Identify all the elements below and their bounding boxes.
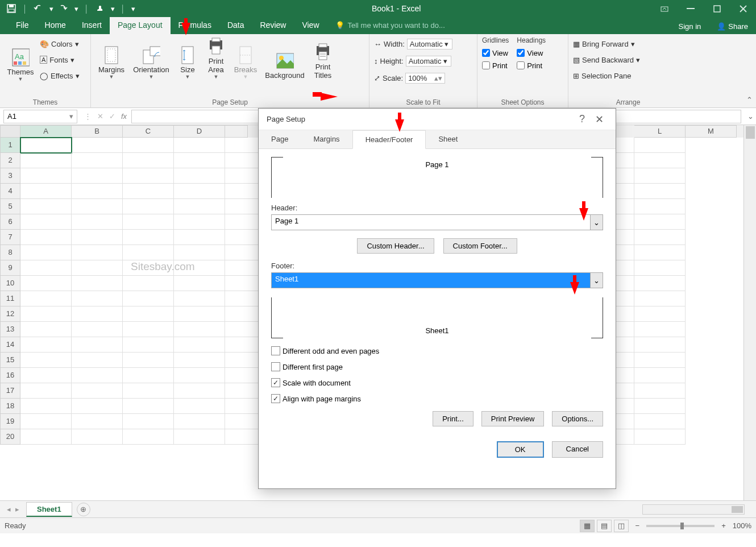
row-header[interactable]: 6 <box>0 214 20 230</box>
page-break-view-icon[interactable]: ◫ <box>614 520 629 532</box>
normal-view-icon[interactable]: ▦ <box>580 520 595 532</box>
cell[interactable] <box>20 214 72 230</box>
cell[interactable] <box>174 138 225 153</box>
share-button[interactable]: 👤Share <box>709 19 756 34</box>
sheet-tab[interactable]: Sheet1 <box>26 502 72 517</box>
cell[interactable] <box>634 414 686 429</box>
cell[interactable] <box>634 260 686 276</box>
cell[interactable] <box>634 337 686 353</box>
cell[interactable] <box>20 199 72 214</box>
cell[interactable] <box>20 138 72 153</box>
row-header[interactable]: 17 <box>0 383 20 399</box>
cell[interactable] <box>174 199 225 214</box>
row-header[interactable]: 15 <box>0 353 20 368</box>
cell[interactable] <box>72 245 123 260</box>
touch-mode-icon[interactable] <box>93 2 107 15</box>
cell[interactable] <box>634 230 686 245</box>
scale-with-doc-check[interactable]: ✓Scale with document <box>271 375 603 391</box>
cell[interactable] <box>174 184 225 199</box>
custom-header-button[interactable]: Custom Header... <box>357 238 434 254</box>
scale-input[interactable]: 100%▴▾ <box>405 73 445 84</box>
cell[interactable] <box>20 230 72 245</box>
themes-button[interactable]: Aa Themes ▼ <box>5 36 36 83</box>
headings-print-check[interactable]: Print <box>517 59 546 72</box>
gridlines-view-check[interactable]: View <box>482 47 509 59</box>
gridlines-print-check[interactable]: Print <box>482 59 509 72</box>
cell[interactable] <box>123 245 174 260</box>
cell[interactable] <box>174 230 225 245</box>
close-icon[interactable] <box>730 0 756 17</box>
cell[interactable] <box>174 383 225 399</box>
align-margins-check[interactable]: ✓Align with page margins <box>271 391 603 407</box>
cell[interactable] <box>72 168 123 184</box>
tell-me[interactable]: 💡Tell me what you want to do... <box>327 18 453 34</box>
row-header[interactable]: 1 <box>0 138 20 153</box>
cancel-button[interactable]: Cancel <box>552 441 603 458</box>
cell[interactable] <box>634 168 686 184</box>
qat-customize[interactable]: ▾ <box>130 2 136 15</box>
cell[interactable] <box>72 138 123 153</box>
cell[interactable] <box>634 138 686 153</box>
background-button[interactable]: Background <box>263 36 307 81</box>
cell[interactable] <box>72 429 123 445</box>
fonts-button[interactable]: AFonts ▾ <box>40 52 80 67</box>
cell[interactable] <box>174 245 225 260</box>
custom-footer-button[interactable]: Custom Footer... <box>443 238 517 254</box>
cell[interactable] <box>634 353 686 368</box>
tab-review[interactable]: Review <box>252 17 294 34</box>
header-select[interactable]: Page 1⌄ <box>271 214 603 230</box>
new-sheet-button[interactable]: ⊕ <box>77 503 90 516</box>
collapse-ribbon-icon[interactable]: ⌃ <box>746 96 753 104</box>
cell[interactable] <box>72 153 123 168</box>
print-preview-button[interactable]: Print Preview <box>481 411 545 426</box>
tab-page-layout[interactable]: Page Layout <box>110 17 171 34</box>
cell[interactable] <box>174 153 225 168</box>
cell[interactable] <box>72 414 123 429</box>
cell[interactable] <box>72 276 123 291</box>
cell[interactable] <box>20 153 72 168</box>
cell[interactable] <box>20 276 72 291</box>
cell[interactable] <box>72 214 123 230</box>
width-select[interactable]: Automatic ▾ <box>407 39 452 49</box>
cell[interactable] <box>174 322 225 337</box>
cell[interactable] <box>634 245 686 260</box>
dialog-tab-sheet[interactable]: Sheet <box>426 130 470 148</box>
col-header[interactable]: C <box>123 125 174 138</box>
sheet-nav-prev-icon[interactable]: ◂ <box>7 505 11 513</box>
col-header[interactable] <box>225 125 248 138</box>
cell[interactable] <box>174 368 225 383</box>
save-icon[interactable] <box>5 2 18 15</box>
tab-view[interactable]: View <box>294 17 327 34</box>
zoom-out-icon[interactable]: − <box>635 521 640 530</box>
cell[interactable] <box>634 184 686 199</box>
colors-button[interactable]: 🎨Colors ▾ <box>40 36 80 51</box>
cell[interactable] <box>20 291 72 306</box>
send-backward-button[interactable]: ▧Send Backward ▾ <box>573 52 683 67</box>
row-header[interactable]: 8 <box>0 245 20 260</box>
row-header[interactable]: 5 <box>0 199 20 214</box>
dialog-tab-header-footer[interactable]: Header/Footer <box>352 130 426 149</box>
col-header[interactable]: L <box>634 125 686 138</box>
height-select[interactable]: Automatic ▾ <box>406 56 451 67</box>
cell[interactable] <box>123 429 174 445</box>
cell[interactable] <box>123 399 174 414</box>
cell[interactable] <box>20 306 72 322</box>
cell[interactable] <box>123 368 174 383</box>
cell[interactable] <box>174 291 225 306</box>
tab-insert[interactable]: Insert <box>74 17 110 34</box>
cell[interactable] <box>123 337 174 353</box>
size-button[interactable]: Size▼ <box>175 36 200 81</box>
cell[interactable] <box>123 168 174 184</box>
cell[interactable] <box>72 368 123 383</box>
row-header[interactable]: 3 <box>0 168 20 184</box>
undo-icon[interactable] <box>32 2 45 15</box>
cell[interactable] <box>174 306 225 322</box>
diff-odd-even-check[interactable]: Different odd and even pages <box>271 343 603 359</box>
cell[interactable] <box>20 368 72 383</box>
cell[interactable] <box>20 429 72 445</box>
cell[interactable] <box>72 399 123 414</box>
cell[interactable] <box>174 168 225 184</box>
cell[interactable] <box>174 276 225 291</box>
cell[interactable] <box>72 337 123 353</box>
row-header[interactable]: 19 <box>0 414 20 429</box>
